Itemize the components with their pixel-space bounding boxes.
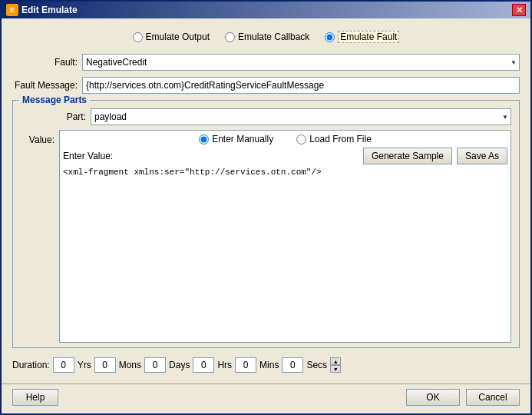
- title-bar: E Edit Emulate ✕: [2, 2, 530, 18]
- value-radio-row: Enter Manually Load From File: [63, 134, 507, 144]
- duration-spinner[interactable]: ▲ ▼: [330, 357, 341, 373]
- emulate-callback-label: Emulate Callback: [238, 32, 309, 42]
- load-from-file-label: Load From File: [309, 134, 372, 144]
- yrs-label: Yrs: [78, 360, 91, 370]
- fault-label: Fault:: [12, 57, 78, 68]
- bottom-bar: Help OK Cancel: [2, 383, 530, 413]
- enter-value-label: Enter Value:: [63, 151, 113, 161]
- duration-yrs-input[interactable]: [53, 357, 74, 373]
- spin-up-button[interactable]: ▲: [330, 357, 341, 365]
- fault-select-wrapper: NegativeCredit: [82, 54, 520, 71]
- load-from-file-option[interactable]: Load From File: [296, 134, 372, 144]
- title-bar-left: E Edit Emulate: [6, 4, 78, 16]
- fault-row: Fault: NegativeCredit: [12, 54, 520, 71]
- load-from-file-radio[interactable]: [296, 134, 306, 144]
- secs-label: Secs: [306, 360, 327, 370]
- duration-mins-input[interactable]: [235, 357, 256, 373]
- value-actions-row: Enter Value: Generate Sample Save As: [63, 148, 507, 164]
- enter-manually-radio[interactable]: [199, 134, 209, 144]
- value-label: Value:: [21, 134, 55, 145]
- duration-days-input[interactable]: [144, 357, 166, 373]
- duration-mons-input[interactable]: [94, 357, 116, 373]
- emulate-fault-option[interactable]: Emulate Fault: [325, 31, 399, 43]
- message-parts-legend: Message Parts: [19, 95, 90, 105]
- spin-down-button[interactable]: ▼: [330, 365, 341, 373]
- fault-message-row: Fault Message:: [12, 77, 520, 94]
- fault-message-label: Fault Message:: [12, 80, 78, 91]
- enter-manually-label: Enter Manually: [212, 134, 273, 144]
- value-row-wrapper: Value: Enter Manually Load From File: [21, 130, 511, 343]
- help-button[interactable]: Help: [12, 389, 58, 406]
- emulate-mode-group: Emulate Output Emulate Callback Emulate …: [12, 26, 520, 48]
- edit-emulate-window: E Edit Emulate ✕ Emulate Output Emulate …: [0, 0, 532, 415]
- mins-label: Mins: [259, 360, 279, 370]
- days-label: Days: [169, 360, 190, 370]
- xml-editor[interactable]: <xml-fragment xmlns:ser="http://services…: [63, 168, 507, 275]
- emulate-callback-option[interactable]: Emulate Callback: [225, 31, 309, 43]
- window-icon: E: [6, 4, 18, 16]
- hrs-label: Hrs: [217, 360, 232, 370]
- duration-secs-input[interactable]: [282, 357, 303, 373]
- emulate-fault-radio[interactable]: [325, 32, 335, 42]
- mons-label: Mons: [119, 360, 141, 370]
- window-title: Edit Emulate: [21, 5, 78, 15]
- part-row: Part: payload: [21, 108, 511, 125]
- fault-message-input[interactable]: [82, 77, 520, 94]
- cancel-button[interactable]: Cancel: [466, 389, 520, 406]
- main-content: Emulate Output Emulate Callback Emulate …: [2, 18, 530, 383]
- message-parts-group: Message Parts Part: payload Value:: [12, 100, 520, 348]
- ok-button[interactable]: OK: [406, 389, 460, 406]
- part-label: Part:: [21, 111, 86, 122]
- duration-label: Duration:: [12, 360, 50, 370]
- action-buttons: Generate Sample Save As: [363, 148, 507, 164]
- emulate-output-label: Emulate Output: [146, 32, 210, 42]
- emulate-output-option[interactable]: Emulate Output: [133, 31, 210, 43]
- part-select[interactable]: payload: [91, 108, 511, 125]
- bottom-right-buttons: OK Cancel: [406, 389, 520, 406]
- emulate-output-radio[interactable]: [133, 32, 143, 42]
- value-inner: Enter Manually Load From File Enter Valu…: [59, 130, 511, 343]
- fault-select[interactable]: NegativeCredit: [82, 54, 520, 71]
- save-as-button[interactable]: Save As: [457, 148, 507, 164]
- part-select-wrapper: payload: [91, 108, 511, 125]
- close-button[interactable]: ✕: [512, 4, 526, 16]
- duration-row: Duration: Yrs Mons Days Hrs Mins Secs ▲ …: [12, 354, 520, 376]
- generate-sample-button[interactable]: Generate Sample: [363, 148, 452, 164]
- duration-hrs-input[interactable]: [193, 357, 214, 373]
- enter-manually-option[interactable]: Enter Manually: [199, 134, 273, 144]
- emulate-callback-radio[interactable]: [225, 32, 235, 42]
- emulate-fault-label: Emulate Fault: [338, 31, 399, 43]
